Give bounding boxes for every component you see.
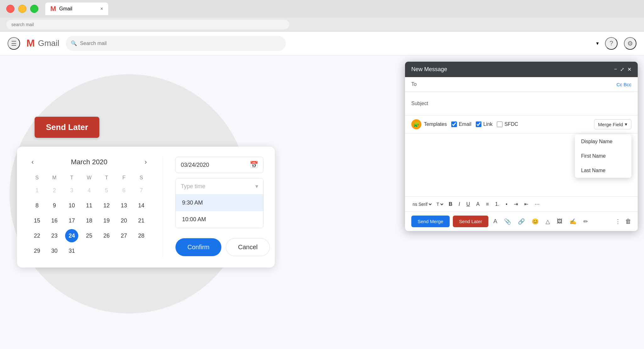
- font-color-button[interactable]: A: [475, 200, 482, 208]
- more-options-button[interactable]: ⋮: [613, 216, 623, 227]
- calendar-week-1: 1 2 3 4 5 6 7: [28, 184, 150, 197]
- align-button[interactable]: ≡: [484, 200, 491, 208]
- next-month-button[interactable]: ›: [142, 157, 150, 167]
- cal-day[interactable]: 13: [117, 199, 130, 212]
- menu-button[interactable]: ☰: [8, 37, 20, 50]
- send-merge-button[interactable]: Send Merge: [411, 216, 450, 227]
- cal-day[interactable]: 22: [31, 229, 44, 242]
- sfdc-checkbox-input[interactable]: [497, 121, 502, 127]
- close-new-message-icon[interactable]: ✕: [627, 66, 631, 72]
- signature-button[interactable]: ✍: [568, 216, 578, 227]
- help-button[interactable]: ?: [605, 37, 618, 50]
- time-option-930[interactable]: 9:30 AM: [176, 194, 263, 211]
- emoji-button[interactable]: 😊: [530, 216, 541, 227]
- cal-day[interactable]: 18: [82, 214, 96, 227]
- fullscreen-icon[interactable]: ⤢: [620, 66, 624, 72]
- cal-day[interactable]: 16: [48, 214, 61, 227]
- cal-day[interactable]: 11: [82, 199, 96, 212]
- day-header-mon: M: [46, 175, 63, 181]
- calendar-icon[interactable]: 📅: [250, 161, 258, 169]
- cal-day[interactable]: 25: [82, 229, 96, 242]
- merge-field-button[interactable]: Merge Field ▾: [594, 119, 631, 129]
- cal-day[interactable]: 20: [117, 214, 130, 227]
- confirm-button[interactable]: Confirm: [175, 238, 221, 256]
- calendar-side: ‹ March 2020 › S M T W T F S 1: [28, 157, 150, 257]
- attach-button[interactable]: 📎: [502, 216, 513, 227]
- templates-button[interactable]: 🧩 Templates: [411, 119, 447, 129]
- cal-day[interactable]: 6: [117, 184, 130, 197]
- drive-button[interactable]: △: [544, 216, 552, 227]
- cal-day[interactable]: 19: [100, 214, 113, 227]
- time-dropdown-header[interactable]: Type time ▾: [176, 178, 263, 194]
- cal-day[interactable]: 15: [31, 214, 44, 227]
- cal-day[interactable]: 12: [100, 199, 113, 212]
- cc-bcc-button[interactable]: Cc Bcc: [616, 82, 631, 87]
- cal-day[interactable]: 21: [135, 214, 148, 227]
- minimize-icon[interactable]: −: [614, 66, 617, 72]
- email-checkbox-label: Email: [459, 121, 471, 127]
- ordered-list-button[interactable]: 1.: [493, 200, 501, 208]
- merge-item-display-name[interactable]: Display Name: [575, 134, 631, 149]
- cal-day[interactable]: 29: [31, 244, 44, 257]
- time-option-1000[interactable]: 10:00 AM: [176, 211, 263, 228]
- cal-day[interactable]: 31: [65, 244, 78, 257]
- browser-tab[interactable]: M Gmail ×: [45, 3, 108, 15]
- cal-day[interactable]: 3: [65, 184, 78, 197]
- link-button[interactable]: 🔗: [516, 216, 527, 227]
- date-input[interactable]: [181, 162, 247, 168]
- unordered-list-button[interactable]: •: [504, 200, 509, 208]
- cal-day[interactable]: 8: [31, 199, 44, 212]
- search-input[interactable]: [80, 41, 281, 46]
- templates-label: Templates: [424, 121, 447, 127]
- pencil-button[interactable]: ✏: [581, 216, 590, 227]
- traffic-red-button[interactable]: [6, 5, 14, 13]
- to-input[interactable]: [433, 82, 616, 87]
- cancel-button[interactable]: Cancel: [226, 238, 270, 256]
- settings-button[interactable]: ⚙: [624, 37, 636, 50]
- cal-day[interactable]: 9: [48, 199, 61, 212]
- cal-day[interactable]: 2: [48, 184, 61, 197]
- delete-draft-button[interactable]: 🗑: [625, 216, 631, 227]
- cal-day[interactable]: 23: [48, 229, 61, 242]
- traffic-green-button[interactable]: [30, 5, 38, 13]
- traffic-yellow-button[interactable]: [18, 5, 26, 13]
- tab-close-button[interactable]: ×: [100, 6, 103, 12]
- sfdc-checkbox[interactable]: SFDC: [497, 121, 518, 127]
- text-format-icon-button[interactable]: A: [491, 216, 499, 227]
- outdent-button[interactable]: ⇤: [522, 200, 530, 208]
- cal-day[interactable]: 10: [65, 199, 78, 212]
- photo-button[interactable]: 🖼: [555, 216, 564, 227]
- send-later-main-button[interactable]: Send Later: [35, 117, 99, 138]
- cal-day[interactable]: 14: [135, 199, 148, 212]
- cal-day-today[interactable]: 24: [65, 229, 78, 242]
- font-family-select[interactable]: ns Serif: [411, 201, 433, 207]
- bold-button[interactable]: B: [447, 200, 454, 208]
- cal-day[interactable]: 27: [117, 229, 130, 242]
- cal-day[interactable]: 1: [31, 184, 44, 197]
- underline-button[interactable]: U: [464, 200, 472, 208]
- prev-month-button[interactable]: ‹: [28, 157, 37, 167]
- link-checkbox-input[interactable]: [476, 121, 481, 127]
- email-checkbox-input[interactable]: [451, 121, 457, 127]
- dropdown-arrow-icon[interactable]: ▾: [596, 40, 599, 46]
- indent-button[interactable]: ⇥: [512, 200, 520, 208]
- cal-day[interactable]: 28: [135, 229, 148, 242]
- more-format-button[interactable]: ⋯: [533, 200, 541, 208]
- templates-icon: 🧩: [411, 119, 421, 129]
- email-checkbox[interactable]: Email: [451, 121, 471, 127]
- italic-button[interactable]: I: [457, 200, 462, 208]
- cal-day[interactable]: 26: [100, 229, 113, 242]
- font-size-select[interactable]: T: [435, 201, 444, 207]
- url-input[interactable]: [6, 20, 289, 29]
- merge-item-last-name[interactable]: Last Name: [575, 163, 631, 178]
- subject-input[interactable]: [433, 96, 631, 111]
- cal-day[interactable]: 17: [65, 214, 78, 227]
- link-checkbox[interactable]: Link: [476, 121, 492, 127]
- cal-day[interactable]: 5: [100, 184, 113, 197]
- merge-item-first-name[interactable]: First Name: [575, 149, 631, 163]
- search-bar[interactable]: 🔍: [66, 36, 286, 51]
- send-later-action-button[interactable]: Send Later: [453, 216, 488, 227]
- cal-day[interactable]: 4: [82, 184, 96, 197]
- cal-day[interactable]: 7: [135, 184, 148, 197]
- cal-day[interactable]: 30: [48, 244, 61, 257]
